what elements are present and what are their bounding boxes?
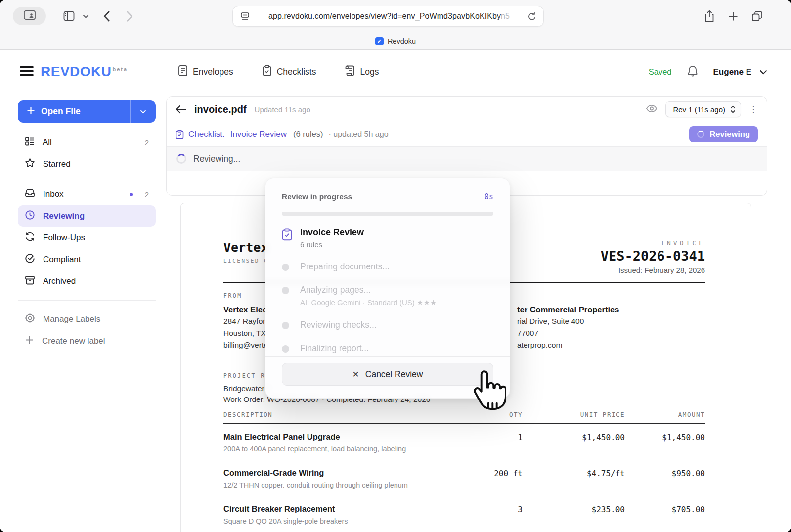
browser-tab[interactable]: ✓ Revdoku: [375, 37, 416, 45]
tab-overview-icon[interactable]: [751, 10, 763, 22]
revision-selector[interactable]: Rev 1 (11s ago): [665, 101, 741, 117]
new-tab-icon[interactable]: [728, 11, 739, 22]
revdoku-favicon-icon: ✓: [375, 37, 384, 45]
review-progress-modal: Review in progress 0s Invoice Review 6 r…: [265, 178, 510, 399]
sidebar-item-follow-ups[interactable]: Follow-Ups: [18, 227, 156, 249]
top-nav: Envelopes Checklists: [178, 50, 379, 94]
invoice-number: VES-2026-0341: [601, 248, 705, 264]
sidebar-item-inbox[interactable]: Inbox 2: [18, 183, 156, 205]
sidebar-item-all[interactable]: All 2: [18, 132, 156, 153]
nav-logs[interactable]: Logs: [345, 65, 379, 79]
user-menu[interactable]: Eugene E: [713, 67, 767, 77]
sidebar-item-compliant[interactable]: Compliant: [18, 249, 156, 270]
unread-dot: [130, 193, 133, 196]
sidebar-item-reviewing[interactable]: Reviewing: [18, 205, 156, 227]
table-row: Circuit Breaker ReplacementSquare D QO 2…: [223, 496, 705, 532]
sidebar-item-starred[interactable]: Starred: [18, 153, 156, 175]
ai-model-info: AI: Google Gemini · Standard (US) ★★★: [300, 298, 437, 307]
preview-eye-icon[interactable]: [646, 104, 658, 115]
beta-badge: beta: [113, 66, 128, 72]
table-row: Main Electrical Panel Upgrade200A to 400…: [223, 424, 705, 460]
check-circle-icon: [25, 253, 35, 266]
user-name: Eugene E: [713, 67, 751, 77]
step-bullet-icon: [282, 322, 289, 329]
scroll-icon: [345, 65, 355, 79]
reviewing-status-badge: Reviewing: [689, 126, 758, 142]
open-file-button[interactable]: Open File: [18, 100, 156, 123]
elapsed-timer: 0s: [484, 192, 493, 201]
table-header: DESCRIPTION QTY UNIT PRICE AMOUNT: [223, 411, 705, 424]
more-options-icon[interactable]: ⋮: [749, 105, 758, 114]
sidebar-toggle-icon[interactable]: [63, 11, 75, 21]
close-icon: ✕: [352, 369, 359, 380]
saved-status: Saved: [649, 67, 672, 77]
app-logo[interactable]: REVDOKUbeta: [41, 64, 128, 80]
clipboard-check-icon: [282, 227, 292, 249]
url-bar[interactable]: app.revdoku.com/envelopes/view?id=env_Po…: [232, 6, 544, 27]
open-file-dropdown[interactable]: [130, 100, 156, 123]
table-row: Commercial-Grade Wiring12/2 THHN copper,…: [223, 460, 705, 496]
sidebar: Open File All 2: [0, 94, 166, 532]
sidebar-item-archived[interactable]: Archived: [18, 270, 156, 292]
invoice-label: INVOICE: [601, 239, 705, 247]
user-chevron-down-icon: [759, 67, 767, 77]
updown-chevron-icon: [730, 105, 736, 113]
gear-icon: [25, 313, 35, 326]
reload-icon[interactable]: [528, 12, 536, 21]
collection-icon: [25, 136, 35, 149]
project-name: Bridgewater T: [223, 384, 271, 393]
cancel-review-button[interactable]: ✕ Cancel Review: [282, 363, 493, 386]
project-label: PROJECT R: [223, 372, 265, 379]
share-icon[interactable]: [704, 10, 715, 23]
url-text: app.revdoku.com/envelopes/view?id=env_Po…: [250, 12, 528, 21]
forward-icon[interactable]: [126, 10, 133, 22]
archive-icon: [25, 275, 35, 288]
file-title: invoice.pdf: [194, 104, 247, 115]
menu-icon[interactable]: [20, 66, 34, 77]
step-finalizing: Finalizing report...: [282, 343, 493, 354]
back-arrow-icon[interactable]: [176, 105, 186, 114]
spinner-icon: [697, 131, 704, 138]
invoice-issued-date: Issued: February 28, 2026: [601, 266, 705, 274]
tab-title: Revdoku: [388, 37, 416, 45]
modal-checklist-name: Invoice Review: [300, 227, 364, 238]
chevron-down-icon[interactable]: [83, 14, 89, 19]
notification-bell-icon[interactable]: [687, 65, 699, 80]
step-bullet-icon: [282, 345, 289, 353]
count-badge: 2: [145, 138, 149, 147]
inbox-icon: [25, 188, 35, 200]
step-bullet-icon: [282, 287, 289, 294]
step-bullet-icon: [282, 264, 289, 271]
envelope-doc-icon: [178, 65, 188, 79]
browser-window: app.revdoku.com/envelopes/view?id=env_Po…: [0, 0, 791, 532]
browser-toolbar: app.revdoku.com/envelopes/view?id=env_Po…: [0, 0, 791, 33]
clock-icon: [25, 210, 35, 222]
clipboard-check-icon: [262, 65, 272, 79]
browser-chrome: app.revdoku.com/envelopes/view?id=env_Po…: [0, 0, 791, 50]
invoice-company-name: Vertex: [223, 240, 268, 255]
sidebar-item-manage-labels[interactable]: Manage Labels: [18, 309, 156, 330]
step-analyzing: Analyzing pages... AI: Google Gemini · S…: [282, 285, 493, 307]
progress-bar: [282, 212, 493, 216]
checklist-updated: · updated 5h ago: [329, 130, 389, 139]
reviewing-progress-row: Reviewing...: [167, 147, 767, 171]
refresh-icon: [25, 231, 35, 244]
checklist-clipboard-icon: [176, 130, 184, 139]
divider: [18, 300, 156, 301]
spinner-icon: [176, 154, 186, 164]
nav-envelopes[interactable]: Envelopes: [178, 65, 233, 79]
page-format-icon[interactable]: [240, 11, 250, 22]
invoice-company-subtitle: LICENSED C: [223, 258, 268, 264]
checklist-rules-count: (6 rules): [293, 130, 323, 139]
to-address: ter Commercial Properties rial Drive, Su…: [517, 304, 619, 351]
nav-checklists[interactable]: Checklists: [262, 65, 316, 79]
modal-checklist-rules: 6 rules: [300, 240, 364, 249]
divider: [18, 179, 156, 179]
checklist-name-link[interactable]: Invoice Review: [230, 130, 287, 139]
plus-icon: [27, 106, 35, 117]
back-icon[interactable]: [103, 10, 110, 22]
plus-icon: [25, 335, 34, 347]
sidebar-item-create-label[interactable]: Create new label: [18, 330, 156, 352]
profile-button[interactable]: [13, 7, 46, 25]
profile-icon: [23, 10, 36, 23]
